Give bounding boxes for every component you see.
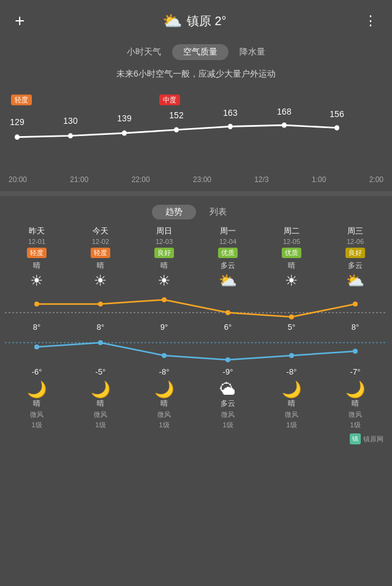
night-wind-2: 微风: [157, 410, 171, 419]
section-divider: [0, 191, 392, 196]
weather-day-4: 晴: [288, 261, 295, 271]
night-icon-5: 🌙: [345, 381, 365, 397]
night-wind-level-3: 1级: [222, 420, 233, 430]
weather-day-5: 多云: [348, 261, 363, 271]
night-icon-3: 🌥: [220, 381, 236, 397]
aqi-badge-2: 良好: [154, 248, 174, 258]
high-temp-svg: [5, 289, 387, 321]
high-temp-5: 8°: [323, 322, 387, 332]
night-wind-5: 微风: [349, 410, 362, 419]
weather-day-3: 多云: [221, 261, 235, 271]
svg-text:129: 129: [10, 117, 24, 127]
time-label-4: 12/3: [254, 175, 268, 184]
night-wind-level-2: 1级: [159, 420, 169, 430]
low-temp-5: -7°: [323, 367, 387, 376]
svg-point-17: [334, 125, 339, 131]
time-row: 20:00 21:00 22:00 23:00 12/3 1:00 2:00: [0, 172, 392, 188]
svg-point-24: [353, 302, 358, 306]
tab-precipitation[interactable]: 降水量: [228, 44, 276, 60]
forecast-day-5: 周三: [347, 226, 363, 237]
forecast-col-5: 周三 12-06 良好 多云 ⛅: [323, 226, 387, 289]
cloud-icon: ⛅: [162, 12, 182, 31]
logo-icon: 镇: [350, 433, 361, 444]
forecast-date-4: 12-05: [283, 238, 300, 245]
tab-hourly[interactable]: 小时天气: [116, 44, 172, 60]
bottom-logo: 镇 镇原网: [0, 430, 392, 451]
low-temp-1: -5°: [69, 367, 132, 376]
aqi-badge-5: 良好: [345, 248, 365, 258]
forecast-col-0: 昨天 12-01 轻度 晴 ☀: [5, 226, 69, 289]
night-weather-0: 晴: [33, 398, 40, 409]
svg-text:163: 163: [223, 107, 237, 118]
low-temp-2: -8°: [132, 367, 196, 376]
svg-point-19: [34, 302, 39, 306]
night-icon-1: 🌙: [91, 381, 110, 397]
night-wind-3: 微风: [221, 410, 235, 419]
svg-text:中度: 中度: [163, 96, 176, 104]
forecast-day-2: 周日: [156, 226, 172, 237]
night-weather-2: 晴: [160, 398, 168, 409]
night-wind-0: 微风: [30, 410, 43, 419]
night-col-3: 🌥 多云 微风 1级: [196, 381, 260, 430]
forecast-col-4: 周二 12-05 优质 晴 ☀: [260, 226, 323, 289]
svg-point-12: [68, 133, 73, 139]
svg-text:156: 156: [330, 109, 344, 120]
time-label-5: 1:00: [312, 175, 326, 184]
header-center: ⛅ 镇原 2°: [162, 12, 227, 31]
night-wind-level-4: 1级: [286, 420, 296, 430]
forecast-day-3: 周一: [220, 226, 236, 237]
sub-tab-list[interactable]: 列表: [196, 205, 240, 219]
time-label-3: 23:00: [193, 175, 211, 184]
day-icon-4: ☀: [285, 273, 298, 288]
svg-text:130: 130: [63, 115, 77, 126]
forecast-grid: 昨天 12-01 轻度 晴 ☀ 今天 12-02 轻度 晴 ☀ 周日 12-03…: [0, 222, 392, 289]
low-temp-svg: [5, 334, 387, 366]
forecast-date-3: 12-04: [219, 238, 236, 245]
svg-point-26: [34, 344, 39, 349]
weather-day-2: 晴: [160, 261, 168, 271]
forecast-col-3: 周一 12-04 优质 多云 ⛅: [196, 226, 260, 289]
low-temp-0: -6°: [5, 367, 69, 376]
high-temp-3: 6°: [196, 322, 260, 332]
more-button[interactable]: ⋮: [364, 13, 377, 29]
night-col-4: 🌙 晴 微风 1级: [260, 381, 323, 430]
night-wind-4: 微风: [285, 410, 298, 419]
high-temp-2: 9°: [132, 322, 196, 332]
forecast-date-0: 12-01: [28, 238, 45, 245]
sub-tab-bar: 趋势 列表: [0, 200, 392, 222]
night-wind-level-1: 1级: [95, 420, 105, 430]
svg-point-16: [282, 123, 287, 128]
low-temp-3: -9°: [196, 367, 260, 376]
time-label-1: 21:00: [70, 175, 88, 184]
high-temp-0: 8°: [5, 322, 69, 332]
aqi-chart-wrapper: 轻度 中度 129 130 139 152 163 168 156: [0, 92, 392, 172]
tab-aqi[interactable]: 空气质量: [172, 44, 228, 60]
high-temp-row: 8°8°9°6°5°8°: [0, 321, 392, 334]
day-icon-0: ☀: [30, 273, 43, 288]
night-wind-1: 微风: [94, 410, 107, 419]
day-icon-3: ⛅: [219, 273, 237, 288]
aqi-badge-1: 轻度: [91, 248, 110, 258]
svg-point-30: [289, 353, 294, 358]
night-weather-4: 晴: [288, 398, 295, 409]
weather-day-0: 晴: [33, 261, 40, 271]
add-location-button[interactable]: +: [15, 11, 24, 31]
svg-point-15: [228, 124, 233, 129]
night-icon-4: 🌙: [282, 381, 301, 397]
sub-tab-trend[interactable]: 趋势: [152, 205, 196, 219]
weather-day-1: 晴: [97, 261, 104, 271]
time-label-0: 20:00: [9, 175, 27, 184]
aqi-badge-3: 优质: [218, 248, 238, 258]
forecast-col-2: 周日 12-03 良好 晴 ☀: [132, 226, 196, 289]
time-label-2: 22:00: [132, 175, 150, 184]
night-weather-3: 多云: [221, 398, 235, 409]
svg-point-22: [225, 310, 230, 315]
svg-point-20: [98, 302, 103, 306]
high-temp-1: 8°: [69, 322, 132, 332]
svg-text:152: 152: [169, 110, 183, 121]
night-col-2: 🌙 晴 微风 1级: [132, 381, 196, 430]
svg-point-23: [289, 314, 294, 319]
tab-bar: 小时天气 空气质量 降水量: [0, 39, 392, 64]
high-temp-chart: [0, 289, 392, 321]
svg-point-29: [225, 357, 230, 362]
